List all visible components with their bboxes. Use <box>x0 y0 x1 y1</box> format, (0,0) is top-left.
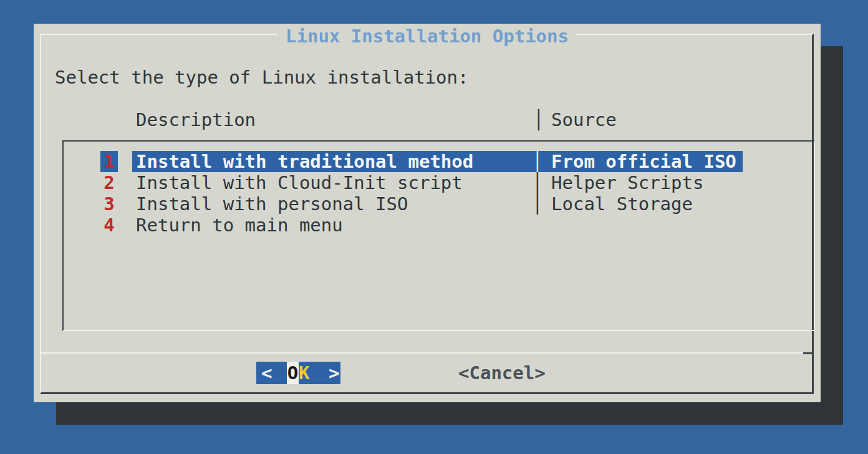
menu-item-source: Helper Scripts <box>551 172 703 193</box>
menu-item-separator: │ <box>532 172 542 193</box>
menu-item-4[interactable]: 4 Return to main menu <box>64 215 814 236</box>
dialog-title: Linux Installation Options <box>278 26 576 47</box>
column-headers: Description │ Source <box>34 109 821 130</box>
menu-item-source: From official ISO <box>551 151 736 172</box>
menu-item-description: Install with traditional method <box>136 151 473 172</box>
menu-item-description: Install with personal ISO <box>136 193 408 215</box>
menu-rows: 1 Install with traditional method │ From… <box>64 151 814 236</box>
menu-item-2[interactable]: 2 Install with Cloud-Init script │ Helpe… <box>64 172 814 193</box>
prompt-text: Select the type of Linux installation: <box>55 67 468 88</box>
menu-item-3[interactable]: 3 Install with personal ISO │ Local Stor… <box>64 193 814 215</box>
terminal-screen: { "colors": { "terminal-bg": "#33659f", … <box>0 0 868 454</box>
ok-right-bracket: > <box>329 362 339 384</box>
menu-item-1[interactable]: 1 Install with traditional method │ From… <box>64 151 814 172</box>
menu-item-description: Install with Cloud-Init script <box>136 172 463 193</box>
menu-item-source: Local Storage <box>551 193 693 215</box>
button-area-separator-end <box>803 352 813 354</box>
column-separator: │ <box>533 109 544 130</box>
menu-item-separator: │ <box>532 193 542 215</box>
dialog-window: Linux Installation Options Select the ty… <box>34 24 821 402</box>
column-header-description: Description <box>136 109 256 130</box>
menu-item-tag: 3 <box>100 193 118 215</box>
menu-item-tag: 2 <box>100 172 118 193</box>
button-area-separator <box>41 352 813 354</box>
menu-item-tag: 4 <box>100 215 118 236</box>
ok-button[interactable]: < O K > <box>256 362 340 384</box>
column-header-source: Source <box>551 109 617 130</box>
ok-left-bracket: < <box>261 362 272 384</box>
cancel-button[interactable]: <Cancel> <box>458 362 546 384</box>
menu-listbox: 1 Install with traditional method │ From… <box>62 140 815 331</box>
menu-item-description: Return to main menu <box>136 215 343 236</box>
ok-cursor-char: O <box>287 362 299 384</box>
ok-hotkey-char: K <box>299 362 309 384</box>
menu-item-separator: │ <box>532 151 542 172</box>
menu-item-tag: 1 <box>100 151 118 172</box>
